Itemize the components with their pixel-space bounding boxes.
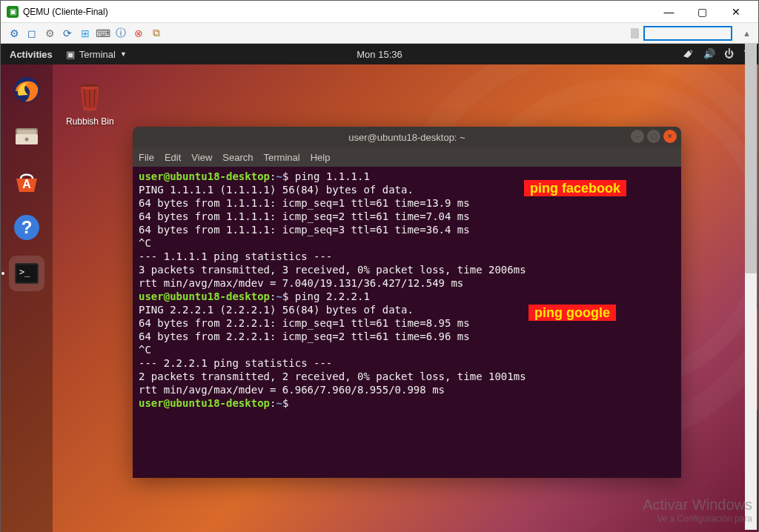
windows-key-icon[interactable]: ⊞	[79, 27, 91, 39]
desktop-rubbish-bin[interactable]: Rubbish Bin	[66, 78, 114, 127]
menu-file[interactable]: File	[139, 152, 154, 163]
terminal-menubar: File Edit View Search Terminal Help	[133, 147, 681, 167]
fullscreen-icon[interactable]: ◻	[26, 27, 38, 39]
term-output: 64 bytes from 1.1.1.1: icmp_seq=1 ttl=61…	[139, 196, 675, 210]
term-close-button[interactable]: ✕	[663, 130, 677, 143]
svg-point-6	[25, 138, 29, 142]
term-output: ^C	[139, 236, 675, 250]
host-scrollbar-thumb[interactable]	[745, 44, 757, 273]
desktop-icon-label: Rubbish Bin	[66, 116, 114, 127]
win-titlebar[interactable]: ▣ QEMU (Cliente-Final) — ▢ ✕	[1, 1, 758, 23]
terminal-titlebar[interactable]: user@ubuntu18-desktop: ~ – ▢ ✕	[133, 127, 681, 147]
menu-search[interactable]: Search	[222, 152, 253, 163]
menu-edit[interactable]: Edit	[165, 152, 181, 163]
power-icon[interactable]: ⏻	[724, 48, 734, 61]
win-close-button[interactable]: ✕	[719, 1, 752, 23]
svg-text:?: ?	[21, 217, 33, 237]
term-output: rtt min/avg/max/mdev = 7.040/19.131/36.4…	[139, 276, 675, 290]
gnome-top-bar: Activities ▣ Terminal ▼ Mon 15:36 ? 🔊 ⏻ …	[1, 44, 758, 64]
term-output: 64 bytes from 1.1.1.1: icmp_seq=3 ttl=61…	[139, 223, 675, 236]
svg-text:A: A	[22, 178, 31, 190]
refresh-icon[interactable]: ⟳	[62, 27, 73, 39]
svg-rect-4	[17, 130, 36, 134]
dock: A ? >_	[1, 64, 53, 532]
network-status-icon[interactable]: ?	[683, 48, 695, 61]
cmd-ping-1: ping 1.1.1.1	[295, 170, 370, 182]
snapshot-icon[interactable]: ⧉	[150, 27, 162, 39]
prompt-path: ~	[276, 290, 282, 302]
search-handle-icon[interactable]	[631, 28, 639, 39]
dock-help[interactable]: ?	[9, 210, 44, 245]
info-icon[interactable]: ⓘ	[115, 27, 127, 39]
term-output: 3 packets transmitted, 3 received, 0% pa…	[139, 263, 675, 276]
qemu-app-icon: ▣	[7, 6, 19, 18]
win-minimize-button[interactable]: —	[652, 1, 686, 23]
prompt-dollar: $	[282, 290, 288, 302]
annotation-ping-facebook: ping facebook	[524, 180, 626, 196]
terminal-title: user@ubuntu18-desktop: ~	[348, 132, 465, 143]
close-vm-icon[interactable]: ⊗	[133, 27, 145, 39]
app-menu-label: Terminal	[79, 49, 116, 60]
qemu-search-area	[631, 26, 732, 41]
term-output: 64 bytes from 2.2.2.1: icmp_seq=2 ttl=61…	[139, 330, 675, 343]
prompt-path: ~	[276, 397, 282, 409]
term-output: ^C	[139, 343, 675, 356]
win-maximize-button[interactable]: ▢	[686, 1, 719, 23]
dropdown-triangle-icon: ▼	[120, 50, 127, 58]
menu-terminal[interactable]: Terminal	[264, 152, 300, 163]
term-output: 2 packets transmitted, 2 received, 0% pa…	[139, 370, 675, 383]
prompt-user: user@ubuntu18-desktop	[139, 170, 270, 182]
qemu-search-input[interactable]	[643, 26, 732, 41]
window-controls: — ▢ ✕	[652, 1, 752, 23]
prompt-user: user@ubuntu18-desktop	[139, 397, 270, 409]
prompt-path: ~	[276, 170, 282, 182]
windows-activation-watermark: Activar Windows Ve a Configuración para	[643, 496, 752, 524]
prompt-dollar: $	[282, 170, 288, 182]
devices-icon[interactable]: ⚙	[8, 27, 20, 39]
keyboard-icon[interactable]: ⌨	[97, 27, 109, 39]
qemu-toolbar: ⚙ ◻ ⚙ ⟳ ⊞ ⌨ ⓘ ⊗ ⧉ ▲	[1, 23, 758, 44]
dock-firefox[interactable]	[9, 72, 44, 107]
menu-help[interactable]: Help	[311, 152, 331, 163]
terminal-window: user@ubuntu18-desktop: ~ – ▢ ✕ File Edit…	[133, 127, 681, 478]
terminal-body[interactable]: user@ubuntu18-desktop:~$ ping 1.1.1.1 PI…	[133, 167, 681, 478]
term-output: --- 1.1.1.1 ping statistics ---	[139, 250, 675, 263]
dock-files[interactable]	[9, 118, 44, 153]
prompt-user: user@ubuntu18-desktop	[139, 290, 270, 302]
cmd-ping-2: ping 2.2.2.1	[295, 290, 370, 302]
dock-terminal[interactable]: >_	[9, 256, 44, 291]
qemu-host-window: ▣ QEMU (Cliente-Final) — ▢ ✕ ⚙ ◻ ⚙ ⟳ ⊞ ⌨…	[0, 0, 759, 532]
volume-icon[interactable]: 🔊	[703, 48, 715, 61]
term-maximize-button[interactable]: ▢	[647, 130, 660, 143]
menu-view[interactable]: View	[191, 152, 212, 163]
term-output: rtt min/avg/max/mdev = 6.966/7.960/8.955…	[139, 383, 675, 396]
annotation-ping-google: ping google	[528, 305, 616, 321]
clock[interactable]: Mon 15:36	[357, 49, 402, 60]
app-menu-terminal[interactable]: ▣ Terminal ▼	[66, 49, 127, 60]
svg-text:?: ?	[689, 49, 693, 56]
dock-software[interactable]: A	[9, 164, 44, 199]
chevron-up-icon[interactable]: ▲	[743, 29, 751, 38]
terminal-icon: ▣	[66, 49, 75, 60]
settings-icon[interactable]: ⚙	[44, 27, 56, 39]
prompt-dollar: $	[282, 397, 288, 409]
watermark-sub: Ve a Configuración para	[643, 513, 752, 524]
activities-button[interactable]: Activities	[10, 49, 53, 60]
ubuntu-desktop[interactable]: A ? >_ Rubbish Bin user@ubuntu18-desktop…	[1, 64, 758, 532]
window-title: QEMU (Cliente-Final)	[23, 7, 108, 17]
svg-text:>_: >_	[19, 267, 30, 277]
watermark-title: Activar Windows	[643, 496, 752, 513]
term-minimize-button[interactable]: –	[631, 130, 644, 143]
running-indicator-dot	[1, 272, 4, 275]
term-output: --- 2.2.2.1 ping statistics ---	[139, 356, 675, 370]
term-output: 64 bytes from 1.1.1.1: icmp_seq=2 ttl=61…	[139, 210, 675, 223]
